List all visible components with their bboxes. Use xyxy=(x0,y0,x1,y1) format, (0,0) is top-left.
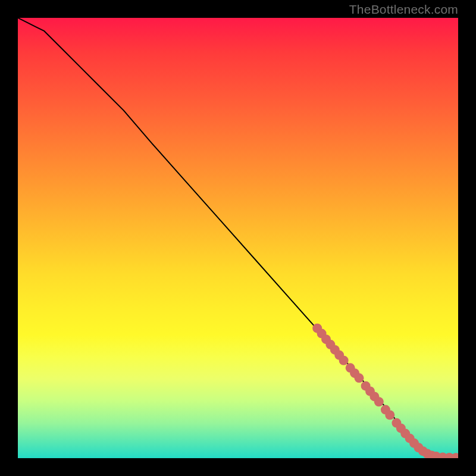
attribution-label: TheBottleneck.com xyxy=(349,2,458,17)
plot-area xyxy=(18,18,458,458)
chart-marker xyxy=(339,356,349,365)
chart-curve xyxy=(18,18,458,458)
chart-markers xyxy=(312,324,458,458)
chart-marker xyxy=(385,410,394,419)
chart-svg xyxy=(18,18,458,458)
chart-marker xyxy=(355,373,364,383)
chart-marker xyxy=(374,397,384,406)
chart-frame: TheBottleneck.com xyxy=(0,0,476,476)
